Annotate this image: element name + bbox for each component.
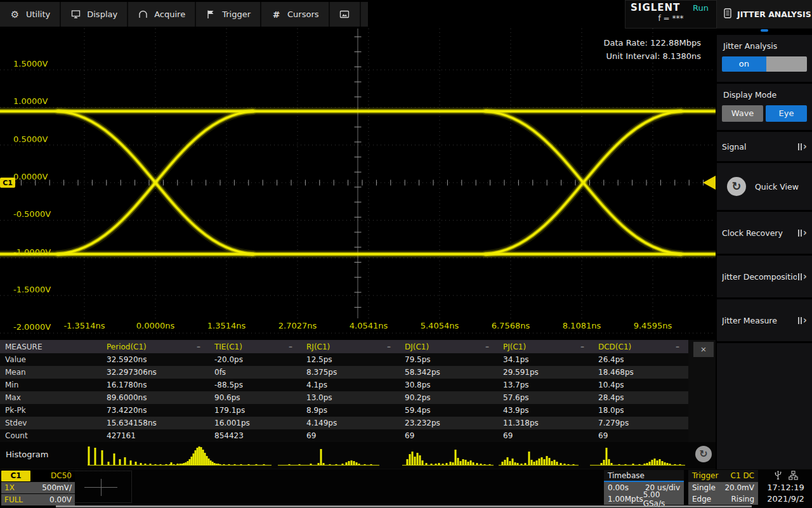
bottom-strip [56, 505, 752, 507]
y-axis-label: 0.5000V [13, 134, 48, 144]
eye-diagram-canvas: C1 [0, 29, 716, 339]
timebase-title: Timebase [608, 471, 645, 480]
measure-value: 79.5ps [400, 355, 498, 364]
measure-panel: MEASUREPeriod(C1)–TIE(C1)–RJ(C1)–DJ(C1)–… [0, 340, 716, 469]
trigger-panel[interactable]: Trigger C1 DC Single 20.0mV Edge Rising [688, 470, 758, 505]
measure-column-header[interactable]: TIE(C1)– [209, 342, 301, 351]
x-axis-label: 0.0000ns [136, 321, 175, 330]
expand-arrow-icon: › [798, 143, 807, 150]
measure-row-label: Mean [0, 368, 102, 377]
display-icon [70, 10, 81, 19]
signal-menu-item[interactable]: Signal › [722, 136, 807, 157]
x-axis-label: 4.0541ns [350, 321, 388, 330]
measure-value: 13.0ps [301, 393, 400, 402]
measure-row-stdev: Stdev15.634158ns16.001ps4.149ps23.232ps1… [0, 417, 688, 429]
measure-row-label: Min [0, 381, 102, 389]
cursors-icon: # [271, 10, 282, 20]
measure-value: 73.4220ns [102, 406, 209, 415]
measure-row-label: Max [0, 393, 102, 402]
y-axis-label: -2.0000V [13, 322, 51, 332]
wave-button[interactable]: Wave [722, 105, 763, 122]
measure-value: 16.001ps [209, 419, 301, 427]
x-axis-label: 5.4054ns [421, 321, 459, 330]
collapse-dash-icon[interactable]: – [676, 342, 679, 351]
measure-value: 59.4ps [400, 406, 498, 415]
measure-value: 10.4ps [593, 381, 688, 389]
measure-value: 30.8ps [400, 381, 498, 389]
measure-value: 43.9ps [498, 406, 593, 415]
channel-1-badge[interactable]: C1 [1, 471, 30, 481]
top-menu-bar: ⚙UtilityDisplayAcquireTrigger#Cursors SI… [0, 0, 717, 29]
time-readout: 17:12:19 [759, 481, 812, 493]
collapse-dash-icon[interactable]: – [580, 342, 584, 351]
histogram-canvas [0, 442, 716, 469]
run-status[interactable]: Run [693, 3, 711, 13]
measure-column-header[interactable]: PJ(C1)– [498, 342, 593, 351]
measure-value: 26.4ps [593, 355, 688, 364]
measure-row-label: Count [0, 431, 102, 440]
timebase-panel[interactable]: Timebase 0.00s 20 us/div 1.00Mpts 5.00 G… [604, 470, 684, 505]
collapse-dash-icon[interactable]: – [289, 342, 292, 351]
refresh-circle-icon: ↻ [727, 177, 746, 196]
measure-column-header[interactable]: DCD(C1)– [593, 342, 688, 351]
trigger-title: Trigger [692, 471, 718, 480]
measure-value: 57.6ps [498, 393, 593, 402]
measure-value: 8.9ps [301, 406, 400, 415]
measure-value: 12.5ps [301, 355, 400, 364]
y-axis-label: 1.5000V [13, 59, 48, 68]
measure-row-label: Stdev [0, 419, 102, 427]
histogram-row: Histogram ↻ [0, 442, 716, 469]
toggle-on[interactable]: on [722, 56, 766, 72]
trigger-level-marker[interactable] [703, 176, 716, 190]
measure-value: 179.1ps [209, 406, 301, 415]
siglent-logo: SIGLENT [631, 2, 680, 13]
jitter-measure-menu-item[interactable]: Jitter Measure › [722, 304, 807, 337]
measure-column-header[interactable]: RJ(C1)– [301, 342, 400, 351]
reset-statistics-button[interactable]: ↻ [695, 446, 712, 462]
date-readout: 2021/9/2 [759, 493, 812, 505]
trigger-mode: Single [692, 483, 716, 492]
eye-button[interactable]: Eye [766, 105, 807, 122]
menu-utility[interactable]: ⚙Utility [0, 2, 61, 27]
jitter-decomposition-section: Jitter Decomposition › [717, 256, 812, 297]
jitter-decomposition-menu-item[interactable]: Jitter Decomposition › [722, 260, 807, 293]
menu-cursors[interactable]: #Cursors [261, 2, 330, 27]
y-axis-label: 0.0000V [13, 172, 48, 181]
channel-2-empty-slot[interactable] [69, 471, 132, 503]
measure-column-header[interactable]: Period(C1)– [102, 342, 209, 351]
eye-diagram-plot[interactable]: C1 1.5000V1.0000V0.5000V0.0000V-0.5000V-… [0, 29, 716, 339]
collapse-dash-icon[interactable]: – [197, 342, 200, 351]
timebase-delay: 0.00s [608, 483, 629, 492]
measure-value: 15.634158ns [102, 419, 209, 427]
close-measure-button[interactable]: × [693, 342, 714, 357]
measure-value: 90.6ps [209, 393, 301, 402]
quick-view-button[interactable]: ↻ Quick View [722, 167, 807, 205]
datetime-panel[interactable]: 17:12:19 2021/9/2 [759, 471, 812, 505]
clock-recovery-section: Clock Recovery › [717, 212, 812, 254]
acquire-icon [138, 10, 148, 19]
measure-value: -20.0ps [209, 355, 301, 364]
measure-column-header[interactable]: DJ(C1)– [400, 342, 498, 351]
channel-1-panel[interactable]: C1 DC50 1X 500mV/ FULL 0.00V [1, 470, 75, 506]
y-axis-label: -1.0000V [13, 247, 51, 257]
menu-display[interactable]: Display [61, 2, 128, 27]
sidebar: JITTER ANALYSIS Jitter Analysis on Displ… [717, 0, 812, 469]
jitter-analysis-label: Jitter Analysis [723, 41, 807, 51]
gear-icon: ⚙ [10, 9, 20, 20]
measure-value: 32.297306ns [102, 368, 209, 377]
jitter-analysis-toggle[interactable]: on [722, 56, 807, 72]
toggle-off[interactable] [766, 56, 807, 72]
measure-value: 11.318ps [498, 419, 593, 427]
menu-acquire[interactable]: Acquire [128, 2, 196, 27]
x-axis-label: 6.7568ns [492, 321, 530, 330]
menu-item-label: Display [87, 10, 117, 19]
measure-row-max: Max89.6000ns90.6ps13.0ps90.2ps57.6ps28.4… [0, 391, 688, 404]
measure-value: 854423 [209, 431, 301, 440]
menu-trigger[interactable]: Trigger [196, 2, 261, 27]
unit-interval-text: Unit Interval: 8.1380ns [604, 49, 701, 63]
collapse-dash-icon[interactable]: – [387, 342, 391, 351]
collapse-dash-icon[interactable]: – [485, 342, 489, 351]
menu-screenshot[interactable] [330, 2, 361, 27]
menu-item-label: Trigger [222, 10, 251, 19]
clock-recovery-menu-item[interactable]: Clock Recovery › [722, 216, 807, 249]
